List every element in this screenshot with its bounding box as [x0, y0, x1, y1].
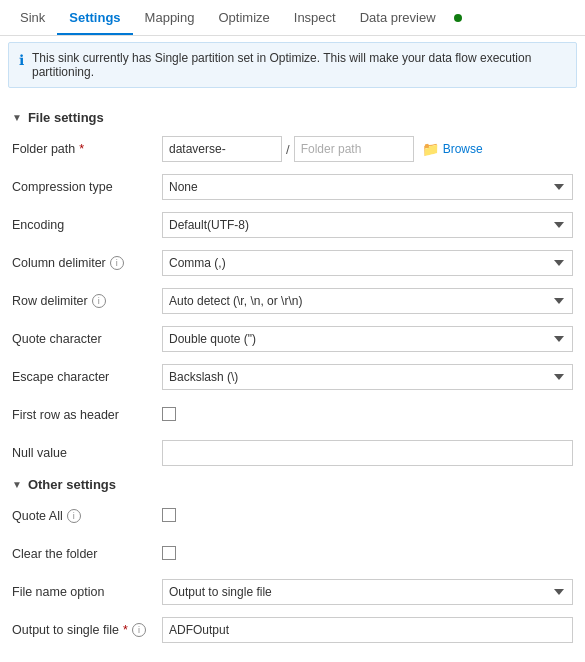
tab-bar: Sink Settings Mapping Optimize Inspect D… [0, 0, 585, 36]
escape-character-label: Escape character [12, 370, 162, 384]
escape-character-row: Escape character Backslash (\) [12, 363, 573, 391]
clear-folder-control [162, 546, 573, 563]
output-single-file-control [162, 617, 573, 643]
browse-label: Browse [443, 142, 483, 156]
file-name-option-select[interactable]: Output to single file [162, 579, 573, 605]
quote-character-control: Double quote (") [162, 326, 573, 352]
null-value-control [162, 440, 573, 466]
first-row-header-checkbox[interactable] [162, 407, 176, 421]
encoding-control: Default(UTF-8) [162, 212, 573, 238]
folder-path-input[interactable] [162, 136, 282, 162]
first-row-header-control [162, 407, 573, 424]
tab-settings[interactable]: Settings [57, 2, 132, 35]
null-value-label: Null value [12, 446, 162, 460]
quote-all-row: Quote All i [12, 502, 573, 530]
null-value-input[interactable] [162, 440, 573, 466]
info-banner: ℹ This sink currently has Single partiti… [8, 42, 577, 88]
file-name-option-control: Output to single file [162, 579, 573, 605]
quote-all-control [162, 508, 573, 525]
clear-folder-checkbox[interactable] [162, 546, 176, 560]
collapse-triangle-file: ▼ [12, 112, 22, 123]
file-name-option-label: File name option [12, 585, 162, 599]
compression-type-select[interactable]: None [162, 174, 573, 200]
output-single-file-input[interactable] [162, 617, 573, 643]
clear-folder-row: Clear the folder [12, 540, 573, 568]
tab-inspect[interactable]: Inspect [282, 2, 348, 35]
folder-path-placeholder: Folder path [294, 136, 414, 162]
row-delimiter-select[interactable]: Auto detect (\r, \n, or \r\n) [162, 288, 573, 314]
output-single-file-info-icon[interactable]: i [132, 623, 146, 637]
row-delimiter-row: Row delimiter i Auto detect (\r, \n, or … [12, 287, 573, 315]
folder-icon: 📁 [422, 141, 439, 157]
folder-path-control: / Folder path 📁 Browse [162, 136, 573, 162]
folder-slash: / [286, 142, 290, 157]
encoding-select[interactable]: Default(UTF-8) [162, 212, 573, 238]
quote-all-info-icon[interactable]: i [67, 509, 81, 523]
content-area: ▼ File settings Folder path * / Folder p… [0, 94, 585, 662]
other-settings-label: Other settings [28, 477, 116, 492]
tab-optimize[interactable]: Optimize [206, 2, 281, 35]
row-delimiter-control: Auto detect (\r, \n, or \r\n) [162, 288, 573, 314]
encoding-row: Encoding Default(UTF-8) [12, 211, 573, 239]
clear-folder-label: Clear the folder [12, 547, 162, 561]
file-name-option-row: File name option Output to single file [12, 578, 573, 606]
quote-character-row: Quote character Double quote (") [12, 325, 573, 353]
column-delimiter-info-icon[interactable]: i [110, 256, 124, 270]
quote-character-label: Quote character [12, 332, 162, 346]
output-single-file-row: Output to single file * i [12, 616, 573, 644]
folder-path-label: Folder path * [12, 142, 162, 156]
tab-sink[interactable]: Sink [8, 2, 57, 35]
quote-all-label: Quote All i [12, 509, 162, 523]
compression-type-label: Compression type [12, 180, 162, 194]
compression-type-row: Compression type None [12, 173, 573, 201]
quote-character-select[interactable]: Double quote (") [162, 326, 573, 352]
column-delimiter-row: Column delimiter i Comma (,) [12, 249, 573, 277]
file-settings-label: File settings [28, 110, 104, 125]
compression-type-control: None [162, 174, 573, 200]
browse-button[interactable]: 📁 Browse [418, 141, 487, 157]
first-row-header-label: First row as header [12, 408, 162, 422]
file-settings-header[interactable]: ▼ File settings [12, 110, 573, 125]
output-single-file-label: Output to single file * i [12, 623, 162, 637]
null-value-row: Null value [12, 439, 573, 467]
first-row-header-row: First row as header [12, 401, 573, 429]
tab-mapping[interactable]: Mapping [133, 2, 207, 35]
tab-data-preview[interactable]: Data preview [348, 2, 448, 35]
quote-all-checkbox[interactable] [162, 508, 176, 522]
collapse-triangle-other: ▼ [12, 479, 22, 490]
row-delimiter-label: Row delimiter i [12, 294, 162, 308]
info-icon: ℹ [19, 52, 24, 68]
info-banner-text: This sink currently has Single partition… [32, 51, 566, 79]
status-dot [454, 14, 462, 22]
output-single-file-required: * [123, 623, 128, 637]
folder-path-required: * [79, 142, 84, 156]
encoding-label: Encoding [12, 218, 162, 232]
column-delimiter-control: Comma (,) [162, 250, 573, 276]
other-settings-header[interactable]: ▼ Other settings [12, 477, 573, 492]
escape-character-select[interactable]: Backslash (\) [162, 364, 573, 390]
row-delimiter-info-icon[interactable]: i [92, 294, 106, 308]
column-delimiter-label: Column delimiter i [12, 256, 162, 270]
escape-character-control: Backslash (\) [162, 364, 573, 390]
column-delimiter-select[interactable]: Comma (,) [162, 250, 573, 276]
folder-path-row: Folder path * / Folder path 📁 Browse [12, 135, 573, 163]
